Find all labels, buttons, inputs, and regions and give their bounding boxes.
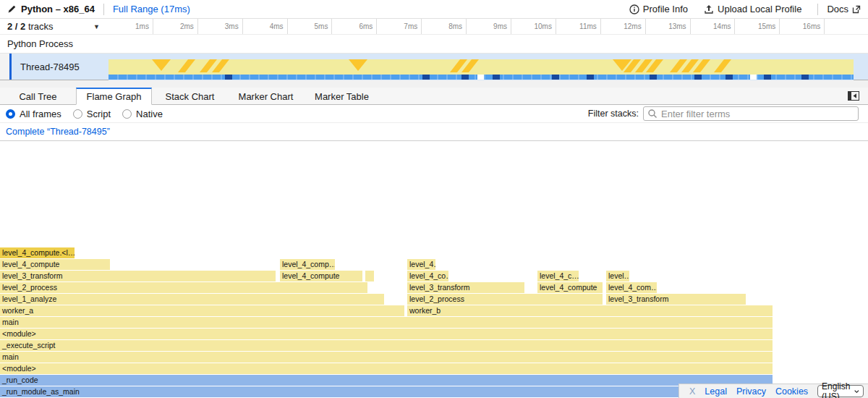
flame-block-_run_module_as_main[interactable]: _run_module_as_main: [0, 386, 771, 397]
thread-track-label[interactable]: Thread-78495: [12, 54, 109, 80]
radio-label: All frames: [20, 109, 61, 119]
footer-link-legal[interactable]: Legal: [705, 386, 727, 397]
search-icon: [647, 109, 658, 119]
ruler-tick: 2ms: [153, 19, 198, 34]
flame-block-level_4_com[interactable]: level_4_com…: [606, 282, 657, 293]
footer-link-cookies[interactable]: Cookies: [775, 386, 808, 397]
tracks-dropdown-button[interactable]: 2 / 2 tracks ▼: [0, 19, 109, 34]
footer-link-x[interactable]: X: [689, 386, 695, 397]
track-python-process[interactable]: Python Process: [0, 35, 868, 54]
ruler-tick: 6ms: [332, 19, 377, 34]
language-select-value: English (US): [822, 381, 854, 398]
select-chevron-icon: [854, 389, 859, 394]
upload-profile-button[interactable]: Upload Local Profile: [704, 4, 801, 14]
track-thread-78495[interactable]: Thread-78495: [0, 54, 868, 80]
ruler-tick: 8ms: [422, 19, 467, 34]
full-range-button[interactable]: Full Range (17ms): [113, 4, 190, 14]
radio-script[interactable]: Script: [73, 109, 111, 119]
sidebar-toggle-icon: [848, 91, 859, 101]
panel-tabbar: Call TreeFlame GraphStack ChartMarker Ch…: [0, 88, 868, 105]
radio-dot: [6, 109, 15, 119]
tab-call-tree[interactable]: Call Tree: [0, 88, 76, 104]
timeline-panel-divider: [0, 80, 868, 88]
flame-block-level_2_process[interactable]: level_2_process: [0, 282, 367, 293]
profile-title: Python – x86_64: [21, 4, 95, 14]
flame-block-module[interactable]: <module>: [0, 329, 773, 339]
breadcrumb-complete-thread[interactable]: Complete “Thread-78495”: [6, 127, 110, 137]
breadcrumb: Complete “Thread-78495”: [0, 123, 868, 141]
ruler-tick: 11ms: [556, 19, 601, 34]
flame-block-level_4[interactable]: level_4…: [407, 259, 435, 270]
radio-dot: [73, 109, 82, 119]
flame-block-level_3_transform[interactable]: level_3_transform: [0, 271, 276, 281]
ruler-tick: 9ms: [467, 19, 511, 34]
language-select[interactable]: English (US): [817, 385, 864, 397]
flame-block-level_4_compute[interactable]: level_4_compute: [280, 271, 362, 281]
tracks-word: tracks: [28, 21, 54, 32]
track-gutter: [0, 54, 9, 80]
ruler-tick: 14ms: [691, 19, 736, 34]
ruler-tick: 16ms: [780, 19, 825, 34]
flame-block-level_2_process[interactable]: level_2_process: [407, 294, 603, 305]
flame-block-level[interactable]: level…: [606, 271, 629, 281]
flame-block-_execute_script[interactable]: _execute_script: [0, 340, 773, 351]
tracks-count: 2 / 2: [7, 21, 25, 32]
flame-block-level_4_compute[interactable]: level_4_compute: [0, 259, 110, 270]
info-icon: [629, 4, 639, 14]
tab-marker-chart[interactable]: Marker Chart: [228, 88, 304, 104]
radio-label: Script: [87, 109, 111, 119]
footer-link-privacy[interactable]: Privacy: [736, 386, 766, 397]
panel-settings-row: All framesScriptNative Filter stacks:: [0, 105, 868, 123]
thread-activity-graph[interactable]: [109, 54, 854, 80]
radio-all-frames[interactable]: All frames: [6, 109, 61, 119]
profile-info-button[interactable]: Profile Info: [629, 4, 688, 14]
external-link-icon: [852, 5, 861, 14]
filter-stacks-input[interactable]: [643, 106, 859, 121]
header-separator-2: [817, 4, 818, 15]
flame-block-level_4_comp[interactable]: level_4_comp…: [280, 259, 335, 270]
tab-marker-table[interactable]: Marker Table: [304, 88, 380, 104]
radio-label: Native: [136, 109, 163, 119]
track-right-margin: [854, 54, 868, 80]
docs-link[interactable]: Docs: [827, 4, 861, 14]
radio-dot: [122, 109, 132, 119]
flame-block-main[interactable]: main: [0, 352, 773, 363]
flame-block-level_4_co[interactable]: level_4_co…: [407, 271, 448, 281]
flame-block-level_4_c[interactable]: level_4_c…: [537, 271, 579, 281]
ruler-tick: 4ms: [243, 19, 288, 34]
filter-input-wrap: [643, 106, 859, 121]
ruler-tick: 7ms: [377, 19, 422, 34]
ruler-tick: 12ms: [601, 19, 646, 34]
flame-block-level_3_transform[interactable]: level_3_transform: [606, 294, 746, 305]
header-separator: [103, 4, 104, 15]
ruler-tick: 15ms: [735, 19, 780, 34]
ruler-tick: 1ms: [109, 19, 153, 34]
flame-block-level_4_compute[interactable]: level_4_compute: [537, 282, 603, 293]
tab-stack-chart[interactable]: Stack Chart: [152, 88, 228, 104]
flame-block-module[interactable]: <module>: [0, 363, 773, 374]
radio-native[interactable]: Native: [122, 109, 163, 119]
footer: XLegalPrivacyCookies English (US): [678, 384, 868, 398]
profiler-app: Python – x86_64 Full Range (17ms) Profil…: [0, 0, 868, 398]
flame-block-level_1_analyze[interactable]: level_1_analyze: [0, 294, 384, 305]
flame-block-main[interactable]: main: [0, 317, 773, 328]
sidebar-toggle-button[interactable]: [839, 88, 868, 104]
ruler-tick: 3ms: [198, 19, 243, 34]
flame-block-worker_b[interactable]: worker_b: [407, 305, 773, 316]
edit-pencil-icon[interactable]: [7, 4, 17, 14]
process-track-label: Python Process: [7, 38, 73, 49]
flame-block[interactable]: [365, 271, 374, 281]
ruler-tick: 5ms: [288, 19, 333, 34]
upload-icon: [704, 4, 714, 14]
flame-graph-canvas[interactable]: level_4_compute.<l…level_4_computelevel_…: [0, 141, 868, 398]
flame-block-worker_a[interactable]: worker_a: [0, 305, 404, 316]
flame-block-level_3_transform[interactable]: level_3_transform: [407, 282, 524, 293]
ruler-tick: 13ms: [646, 19, 691, 34]
chevron-down-icon: ▼: [93, 23, 100, 30]
frame-filter-radios: All framesScriptNative: [6, 109, 163, 119]
flame-block-_run_code[interactable]: _run_code: [0, 375, 773, 386]
tab-flame-graph[interactable]: Flame Graph: [76, 88, 152, 105]
app-header: Python – x86_64 Full Range (17ms) Profil…: [0, 0, 868, 19]
flame-block-level_4_computel[interactable]: level_4_compute.<l…: [0, 247, 75, 258]
ruler-tick: 10ms: [511, 19, 556, 34]
